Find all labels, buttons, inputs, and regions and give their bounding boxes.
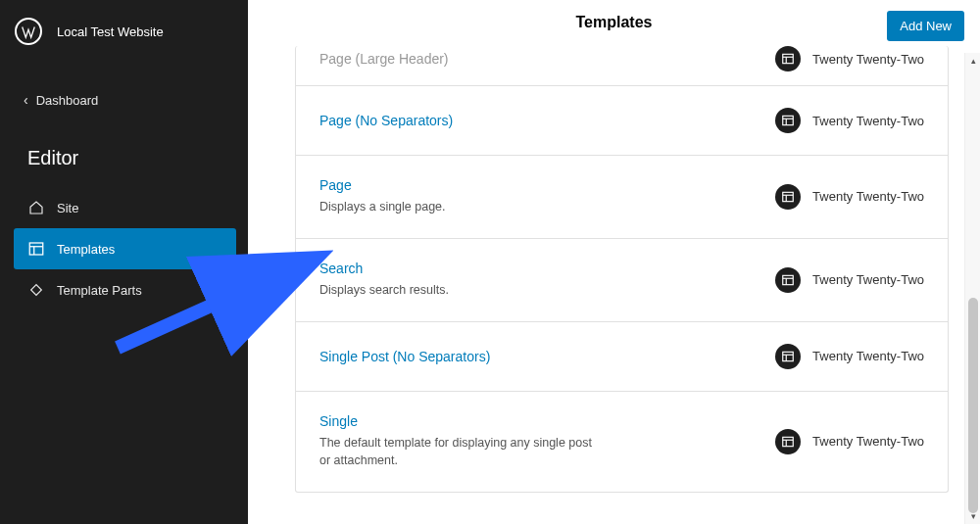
template-theme: Twenty Twenty-Two: [775, 108, 924, 133]
chevron-left-icon: ‹: [24, 92, 28, 108]
scroll-thumb[interactable]: [968, 298, 978, 513]
home-icon: [27, 199, 45, 216]
template-info: Single Post (No Separators): [319, 349, 775, 364]
wordpress-logo-icon[interactable]: [15, 18, 42, 45]
template-name-link[interactable]: Page (No Separators): [319, 113, 775, 128]
template-row: Page (Large Header) Twenty Twenty-Two: [296, 46, 948, 85]
theme-icon: [775, 429, 801, 454]
template-theme: Twenty Twenty-Two: [775, 429, 924, 454]
template-row: Page (No Separators) Twenty Twenty-Two: [296, 85, 948, 155]
theme-name: Twenty Twenty-Two: [812, 114, 924, 128]
svg-rect-10: [783, 192, 794, 201]
svg-rect-7: [783, 116, 794, 124]
dashboard-label: Dashboard: [36, 93, 99, 108]
layout-icon: [781, 273, 795, 287]
theme-name: Twenty Twenty-Two: [812, 434, 924, 449]
layout-icon: [781, 350, 795, 363]
scroll-up-icon[interactable]: ▴: [965, 53, 980, 69]
template-row: Single The default template for displayi…: [296, 391, 948, 493]
svg-rect-13: [783, 275, 794, 284]
template-row: Single Post (No Separators) Twenty Twent…: [296, 321, 948, 391]
template-info: Page (Large Header): [319, 51, 775, 67]
layout-icon: [781, 52, 795, 66]
main-content: Templates Add New Page (Large Header) Tw…: [248, 0, 980, 524]
scroll-down-icon[interactable]: ▾: [965, 508, 980, 524]
template-info: Search Displays search results.: [319, 261, 775, 300]
template-theme: Twenty Twenty-Two: [775, 184, 924, 210]
editor-section-title: Editor: [0, 118, 248, 187]
theme-name: Twenty Twenty-Two: [812, 52, 924, 67]
theme-icon: [775, 108, 801, 133]
template-name-link[interactable]: Single: [319, 413, 775, 429]
template-name-link[interactable]: Page (Large Header): [319, 51, 775, 67]
sidebar: Local Test Website ‹ Dashboard Editor Si…: [0, 0, 248, 524]
sidebar-item-label: Template Parts: [57, 283, 142, 298]
svg-rect-16: [783, 352, 794, 360]
template-info: Page (No Separators): [319, 113, 775, 128]
template-list: Page (Large Header) Twenty Twenty-Two Pa…: [295, 46, 949, 493]
template-row: Page Displays a single page. Twenty Twen…: [296, 155, 948, 238]
theme-name: Twenty Twenty-Two: [812, 272, 924, 287]
scrollbar[interactable]: ▴ ▾: [964, 53, 980, 524]
sidebar-item-templates[interactable]: Templates: [14, 228, 236, 269]
svg-rect-4: [783, 54, 794, 63]
layout-icon: [781, 435, 795, 449]
theme-name: Twenty Twenty-Two: [812, 349, 924, 363]
sidebar-header: Local Test Website: [0, 0, 248, 63]
add-new-button[interactable]: Add New: [887, 11, 964, 41]
template-name-link[interactable]: Search: [319, 261, 775, 276]
layout-icon: [781, 114, 795, 127]
theme-icon: [775, 46, 801, 71]
theme-name: Twenty Twenty-Two: [812, 189, 924, 204]
sidebar-item-template-parts[interactable]: Template Parts: [0, 269, 248, 310]
dashboard-back-link[interactable]: ‹ Dashboard: [0, 82, 248, 118]
template-description: Displays a single page.: [319, 198, 604, 216]
sidebar-item-label: Site: [57, 201, 78, 215]
page-title: Templates: [576, 14, 653, 31]
layout-icon: [27, 240, 45, 258]
svg-rect-0: [29, 243, 43, 255]
template-name-link[interactable]: Page: [319, 177, 775, 193]
main-header: Templates Add New: [248, 0, 980, 46]
theme-icon: [775, 344, 801, 369]
template-row: Search Displays search results. Twenty T…: [296, 238, 948, 321]
wordpress-icon: [20, 23, 37, 40]
diamond-icon: [27, 281, 45, 299]
site-name: Local Test Website: [57, 24, 164, 39]
template-description: Displays search results.: [319, 281, 604, 300]
layout-icon: [781, 190, 795, 204]
template-name-link[interactable]: Single Post (No Separators): [319, 349, 775, 364]
theme-icon: [775, 267, 801, 293]
sidebar-item-label: Templates: [57, 242, 115, 257]
template-theme: Twenty Twenty-Two: [775, 344, 924, 369]
svg-rect-19: [783, 437, 794, 446]
template-description: The default template for displaying any …: [319, 434, 604, 471]
template-info: Page Displays a single page.: [319, 177, 775, 216]
template-theme: Twenty Twenty-Two: [775, 267, 924, 293]
template-info: Single The default template for displayi…: [319, 413, 775, 471]
sidebar-item-site[interactable]: Site: [0, 187, 248, 228]
svg-rect-3: [31, 285, 42, 296]
theme-icon: [775, 184, 801, 210]
template-theme: Twenty Twenty-Two: [775, 46, 924, 71]
